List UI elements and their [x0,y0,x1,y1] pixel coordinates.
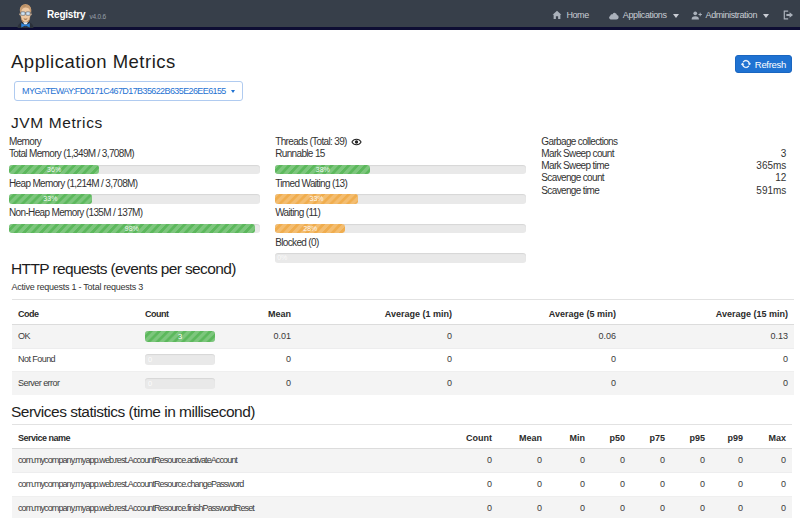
threads-column: Threads (Total: 39) Runnable 1538%Timed … [275,136,526,266]
brand[interactable]: Registry v4.0.6 [0,0,106,29]
nav-item-administration[interactable]: Administration [691,0,769,30]
http-count-cell: 0 [139,372,235,395]
http-column-header: Average (15 min) [622,300,794,325]
instance-selector-value: MYGATEWAY:FD0171C467D17B35622B635E26EE61… [22,86,226,96]
http-requests-table: CodeCountMeanAverage (1 min)Average (5 m… [12,299,794,395]
http-count-cell: 0 [139,348,235,372]
http-count-label: 0 [148,354,152,365]
threads-label: Timed Waiting (13) [275,178,526,190]
http-count-progressbar: 3 [145,331,215,342]
service-value-cell: 0 [749,472,792,496]
http-count-progressbar: 0 [145,378,215,389]
http-value-cell: 0 [622,372,794,395]
eye-icon[interactable] [351,138,362,146]
gc-row-value: 3 [715,148,787,160]
refresh-label: Refresh [755,59,786,70]
service-value-cell: 0 [631,496,671,518]
services-column-header: Min [548,424,591,448]
memory-percent-label: 36% [47,165,61,175]
gc-row: Mark Sweep count3 [541,148,786,160]
http-value-cell: 0 [458,372,622,395]
http-count-progressbar: 0 [145,354,215,365]
cloud-icon [608,11,619,20]
gc-row-label: Scavenge count [541,172,714,184]
nav-item-home[interactable]: Home [552,0,588,30]
memory-progressbar: 33% [9,194,260,204]
gc-row-value: 12 [715,172,787,184]
services-statistics-table: Service nameCountMeanMinp50p75p95p99Max … [12,424,792,518]
gc-column: Garbage collections Mark Sweep count3Mar… [541,136,792,266]
gc-row-label: Scavenge time [541,185,714,197]
instance-selector-dropdown[interactable]: MYGATEWAY:FD0171C467D17B35622B635E26EE61… [14,81,243,101]
gc-row: Scavenge time591ms [541,185,786,197]
gc-row: Mark Sweep time365ms [541,160,786,172]
service-value-cell: 0 [448,496,498,518]
service-value-cell: 0 [711,472,749,496]
gc-row-value: 591ms [715,185,787,197]
threads-progressbar: 38% [275,165,526,175]
threads-progressbar: 28% [275,224,526,234]
caret-down-icon [763,14,769,18]
http-requests-subtitle: Active requests 1 - Total requests 3 [12,282,793,292]
threads-progressbar: 33% [275,194,526,204]
service-value-cell: 0 [591,448,631,472]
services-column-header: Count [448,424,498,448]
service-value-cell: 0 [548,496,591,518]
services-table-row: com.mycompany.myapp.web.rest.AccountReso… [12,448,792,472]
service-value-cell: 0 [591,496,631,518]
service-value-cell: 0 [631,448,671,472]
http-table-row: Server error00000 [12,372,794,395]
http-value-cell: 0.13 [622,325,794,349]
gc-row-label: Mark Sweep count [541,148,714,160]
http-code-cell: Server error [12,372,139,395]
refresh-icon [741,59,755,69]
http-value-cell: 0 [458,348,622,372]
services-column-header: p50 [591,424,631,448]
services-table-row: com.mycompany.myapp.web.rest.AccountReso… [12,496,792,518]
threads-label: Blocked (0) [275,237,526,249]
service-value-cell: 0 [671,472,711,496]
service-value-cell: 0 [749,448,792,472]
nav-item-applications[interactable]: Applications [608,0,679,30]
main-content: Application Metrics Refresh MYGATEWAY:FD… [0,30,800,518]
http-count-label: 3 [178,331,182,342]
threads-title: Threads (Total: 39) [275,136,526,148]
http-value-cell: 0 [297,348,458,372]
jvm-metrics-heading: JVM Metrics [11,113,792,132]
service-value-cell: 0 [591,472,631,496]
memory-label: Heap Memory (1,214M / 3,708M) [9,178,260,190]
http-column-header: Average (5 min) [458,300,622,325]
brand-name: Registry [47,9,85,20]
user-plus-icon [691,11,702,20]
memory-percent-label: 33% [43,194,57,204]
service-name-cell: com.mycompany.myapp.web.rest.AccountReso… [12,496,448,518]
http-value-cell: 0 [235,372,297,395]
service-value-cell: 0 [631,472,671,496]
page-header: Application Metrics Refresh [9,30,792,73]
refresh-button[interactable]: Refresh [735,55,792,73]
services-table-row: com.mycompany.myapp.web.rest.AccountReso… [12,472,792,496]
memory-progressbar: 98% [9,224,260,234]
threads-percent-label: 28% [303,224,317,234]
services-column-header: Service name [12,424,448,448]
service-value-cell: 0 [448,448,498,472]
http-table-row: OK30.0100.060.13 [12,325,794,349]
services-column-header: Max [749,424,792,448]
nav-item-label: Applications [623,10,667,20]
http-column-header: Code [12,300,139,325]
service-value-cell: 0 [498,472,548,496]
sign-out-icon [783,10,794,20]
service-name-cell: com.mycompany.myapp.web.rest.AccountReso… [12,472,448,496]
memory-label: Total Memory (1,349M / 3,708M) [9,148,260,160]
http-column-header: Count [139,300,235,325]
gc-row-label: Mark Sweep time [541,160,714,172]
services-column-header: Mean [498,424,548,448]
http-column-header: Mean [235,300,297,325]
navbar: Registry v4.0.6 Home Applications Admini… [0,0,800,30]
http-count-label: 0 [148,378,152,389]
services-column-header: p75 [631,424,671,448]
service-value-cell: 0 [711,496,749,518]
http-column-header: Average (1 min) [297,300,458,325]
services-column-header: p95 [671,424,711,448]
nav-item-signout[interactable] [783,0,794,30]
